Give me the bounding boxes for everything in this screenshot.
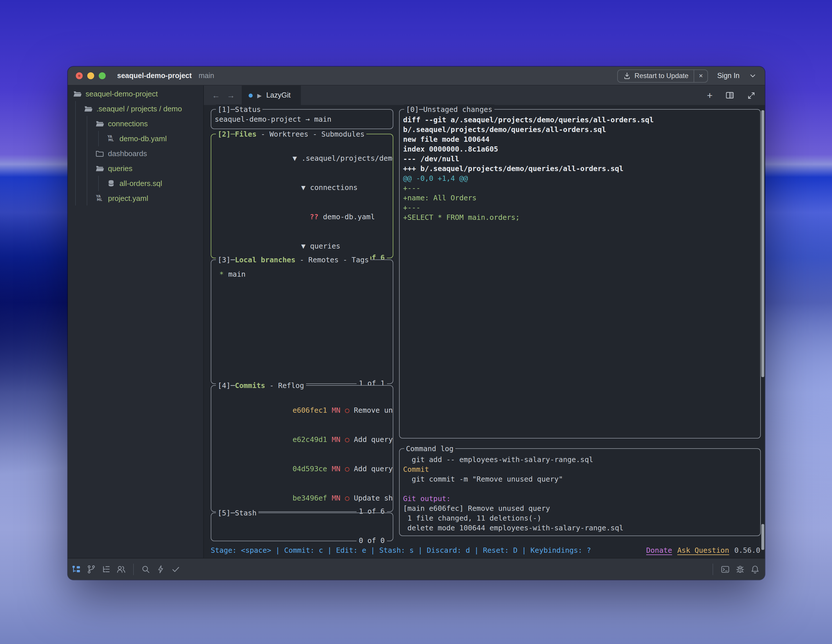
lazygit-terminal: [1]─Status seaquel-demo-project → main [… [204,105,765,558]
lazygit-diff-panel[interactable]: [0]─Unstaged changes diff --git a/.seaqu… [399,109,761,438]
new-tab-button[interactable]: + [707,90,712,100]
commit-node-icon: ○ [345,406,349,414]
play-icon: ▶ [257,92,262,98]
modified-dot-icon [249,93,253,97]
ask-question-link[interactable]: Ask Question [677,545,729,555]
command-log-line: [main e606fec] Remove unused query [400,503,760,513]
lazygit-branches-panel[interactable]: [3]─Local branches - Remotes - Tags *mai… [211,259,393,384]
forward-button[interactable]: → [227,91,235,99]
commit-node-icon: ○ [345,464,349,473]
commit-node-icon: ○ [345,494,349,502]
file-type-icon: YAML [95,193,104,203]
sidebar-item-label: dashboards [108,149,147,158]
branch-row[interactable]: *main [211,269,393,279]
notifications-bell-button[interactable] [748,562,762,576]
terminal-scrollbar[interactable] [762,524,764,550]
commit-hash: 04d593ce [293,464,327,473]
split-editor-icon[interactable] [725,91,734,100]
lazygit-file-row[interactable]: ??demo-db.yaml [211,202,393,231]
lazygit-file-row[interactable]: ▼.seaquel/projects/demo [211,144,393,173]
expand-icon[interactable] [747,91,756,99]
back-button[interactable]: ← [212,91,220,99]
terminal-scrollbar[interactable] [762,110,764,377]
diff-line: @@ -0,0 +1,4 @@ [400,173,760,183]
commit-hash: e62c49d1 [293,435,327,444]
commit-node-icon: ○ [345,435,349,444]
commit-row[interactable]: 04d593ceMN○Add query: Employees 50-75 [211,454,393,483]
commit-flags: MN [331,435,340,444]
diff-line: --- /dev/null [400,154,760,164]
titlebar: seaquel-demo-project main Restart to Upd… [68,67,765,86]
close-window-button[interactable] [76,72,83,79]
file-status-marker: ▼ [293,154,297,163]
indent-guide [75,101,76,206]
debug-bug-button[interactable] [733,562,747,576]
donate-link[interactable]: Donate [646,545,672,555]
sidebar-item[interactable]: queries [68,161,203,176]
sidebar-item-label: seaquel-demo-project [86,89,158,98]
sidebar-item-label: queries [108,164,132,173]
diff-line: +--- [400,203,760,213]
git-branch-button[interactable] [85,562,98,576]
sidebar-item-label: connections [108,119,148,128]
chevron-down-icon[interactable] [749,72,757,80]
diff-line: +name: All Orders [400,193,760,203]
toolbar-separator [133,563,134,575]
file-name: connections [310,183,358,192]
sidebar-item[interactable]: YAML project.yaml [68,190,203,206]
indent-guide [87,116,87,206]
download-icon [623,72,631,80]
terminal-button[interactable] [718,562,732,576]
zoom-window-button[interactable] [99,72,106,79]
lazygit-command-log-panel[interactable]: Command log git add -- employees-with-sa… [399,448,761,536]
commit-row[interactable]: e62c49d1MN○Add query: Employees with [211,425,393,454]
restart-to-update-button[interactable]: Restart to Update × [617,69,708,82]
actions-bolt-button[interactable] [154,562,168,576]
svg-text:ML: ML [108,138,114,142]
minimize-window-button[interactable] [87,72,94,79]
commit-message: Update shared queries [354,494,393,502]
sidebar-item-label: demo-db.yaml [120,134,167,143]
branch-label: main [199,72,214,80]
file-tree-view-button[interactable] [69,562,83,576]
diff-line: diff --git a/.seaquel/projects/demo/quer… [400,115,760,125]
lazygit-file-row[interactable]: ▼connections [211,173,393,202]
command-log-line: 1 file changed, 11 deletions(-) [400,513,760,523]
lazygit-commits-panel[interactable]: [4]─Commits - Reflog e606fec1MN○Remove u… [211,385,393,512]
lazygit-status-panel[interactable]: [1]─Status seaquel-demo-project → main [211,109,393,129]
version-label: 0.56.0 [734,545,760,555]
restart-label: Restart to Update [635,72,688,80]
sidebar-item[interactable]: .seaquel / projects / demo [68,101,203,116]
indent-guide [98,131,99,146]
sidebar-item[interactable]: YAML demo-db.yaml [68,131,203,146]
diff-line: new file mode 100644 [400,134,760,144]
tab-bar: ← → ▶ LazyGit + [204,86,765,105]
commit-row[interactable]: e606fec1MN○Remove unused query [211,395,393,425]
status-line: seaquel-demo-project → main [211,114,393,124]
sidebar-item[interactable]: all-orders.sql [68,176,203,190]
svg-text:ML: ML [97,198,102,202]
sidebar-item[interactable]: seaquel-demo-project [68,86,203,101]
command-log-line: Git output: [400,494,760,503]
collaborators-button[interactable] [114,562,128,576]
window-title: seaquel-demo-project main [117,72,214,80]
branch-name: main [228,270,245,278]
dismiss-update-button[interactable]: × [694,72,707,80]
sidebar-item[interactable]: dashboards [68,146,203,161]
sidebar-item[interactable]: connections [68,116,203,131]
commit-message: Add query: Employees with [354,435,393,444]
outline-list-button[interactable] [99,562,113,576]
tab-label: LazyGit [266,91,291,99]
commit-hash: be3496ef [293,494,327,502]
sidebar-item-label: project.yaml [108,194,148,202]
sign-in-button[interactable]: Sign In [717,72,739,80]
lazygit-stash-panel[interactable]: [5]─Stash 0 of 0 [211,513,393,541]
command-log-line: git add -- employees-with-salary-range.s… [400,455,760,464]
search-button[interactable] [139,562,153,576]
commit-flags: MN [331,406,340,414]
checks-button[interactable] [169,562,182,576]
tab-lazygit[interactable]: ▶ LazyGit [242,86,301,105]
bottom-toolbar [68,558,765,580]
lazygit-files-panel[interactable]: [2]─Files - Worktrees - Submodules ▼.sea… [211,134,393,258]
traffic-lights [76,72,106,79]
